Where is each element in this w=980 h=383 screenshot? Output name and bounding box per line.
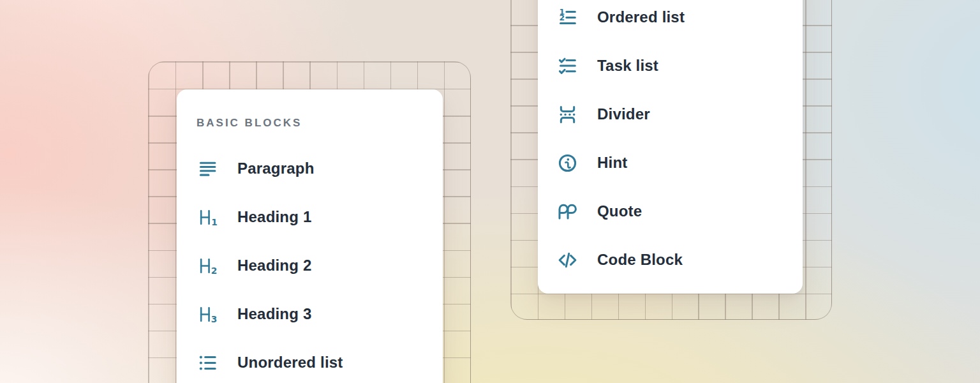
heading-3-icon: 3 (197, 303, 218, 325)
heading-1-icon: 1 (197, 206, 218, 228)
divider-icon (556, 103, 578, 125)
menu-item-ordered-list[interactable]: 1 2 Ordered list (556, 0, 784, 41)
task-list-icon (556, 55, 578, 77)
menu-item-hint[interactable]: Hint (556, 139, 784, 187)
blocks-menu-card-continued: 1 2 Ordered list Task list (538, 0, 803, 294)
menu-item-label: Heading 1 (237, 208, 312, 226)
menu-item-label: Hint (597, 154, 627, 172)
menu-item-label: Paragraph (237, 160, 315, 177)
svg-text:2: 2 (559, 13, 565, 22)
blocks-item-list: 1 2 Ordered list Task list (556, 0, 784, 284)
menu-item-paragraph[interactable]: Paragraph (197, 144, 423, 193)
section-header-basic-blocks: BASIC BLOCKS (197, 116, 423, 130)
code-block-icon (556, 249, 578, 271)
svg-text:1: 1 (211, 216, 218, 227)
menu-item-divider[interactable]: Divider (556, 90, 784, 139)
menu-item-label: Code Block (597, 251, 683, 269)
menu-item-heading-3[interactable]: 3 Heading 3 (197, 290, 423, 338)
menu-item-quote[interactable]: Quote (556, 187, 784, 236)
menu-item-unordered-list[interactable]: Unordered list (197, 338, 423, 383)
basic-blocks-menu-card: BASIC BLOCKS Paragraph 1 Heading 1 (177, 89, 443, 383)
paragraph-icon (197, 158, 218, 179)
hint-icon (556, 152, 578, 174)
menu-item-label: Divider (597, 105, 650, 123)
menu-item-label: Task list (597, 57, 658, 75)
basic-blocks-item-list: Paragraph 1 Heading 1 2 Heading 2 (197, 144, 423, 383)
heading-2-icon: 2 (197, 255, 218, 276)
svg-text:3: 3 (211, 313, 217, 324)
menu-item-heading-1[interactable]: 1 Heading 1 (197, 193, 423, 241)
quote-icon (556, 200, 578, 222)
ordered-list-icon: 1 2 (556, 6, 578, 28)
menu-item-label: Heading 2 (237, 257, 312, 274)
menu-item-label: Ordered list (597, 8, 685, 26)
menu-item-label: Quote (597, 202, 642, 220)
gradient-hero-background: { "left_panel": { "header": "BASIC BLOCK… (0, 0, 980, 383)
menu-item-label: Heading 3 (237, 305, 312, 323)
svg-text:2: 2 (211, 265, 217, 275)
menu-item-label: Unordered list (237, 354, 343, 372)
menu-item-task-list[interactable]: Task list (556, 41, 784, 90)
unordered-list-icon (197, 352, 218, 373)
menu-item-heading-2[interactable]: 2 Heading 2 (197, 241, 423, 290)
menu-item-code-block[interactable]: Code Block (556, 236, 784, 284)
